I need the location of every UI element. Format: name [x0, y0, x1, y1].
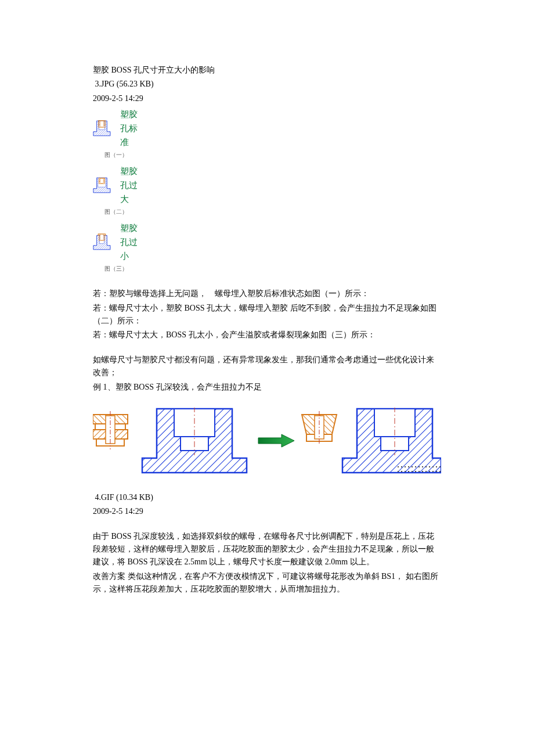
- figure-group-2: [93, 408, 441, 477]
- svg-marker-29: [258, 434, 294, 447]
- figure-1-label: 塑胶孔标准: [120, 107, 139, 149]
- paragraph-3: 若：螺母尺寸太大，BOSS 孔太小，会产生溢胶或者爆裂现象如图（三）所示：: [93, 329, 441, 341]
- file-info-1: 3.JPG (56.23 KB): [93, 78, 441, 91]
- figure-2-label: 塑胶孔过大: [120, 164, 139, 206]
- paragraph-7: 改善方案 类似这种情况，在客户不方便改模情况下，可建议将螺母花形改为单斜 BS1…: [93, 570, 441, 596]
- figure-3-caption: 图（三）: [93, 264, 139, 273]
- figure-2: 塑胶孔过大 图（二）: [93, 164, 139, 217]
- figure-3: 塑胶孔过小 图（三）: [93, 221, 139, 273]
- figure-3-label: 塑胶孔过小: [120, 221, 139, 263]
- paragraph-1: 若：塑胶与螺母选择上无问题， 螺母埋入塑胶后标准状态如图（一）所示：: [93, 287, 441, 300]
- document-page: 塑胶 BOSS 孔尺寸开立大小的影响 3.JPG (56.23 KB) 2009…: [0, 0, 534, 756]
- paragraph-5: 例 1、塑胶 BOSS 孔深较浅，会产生扭拉力不足: [93, 381, 441, 394]
- boss-standard-icon: [93, 110, 111, 147]
- figure-group-1: 塑胶孔标准 图（一） 塑胶孔过大 图（二）: [93, 107, 441, 273]
- paragraph-2: 若：螺母尺寸太小，塑胶 BOSS 孔太大，螺母埋入塑胶 后吃不到胶，会产生扭拉力…: [93, 302, 441, 328]
- svg-rect-13: [100, 179, 103, 183]
- file-info-2: 4.GIF (10.34 KB): [93, 491, 441, 504]
- svg-rect-16: [100, 235, 103, 240]
- boss-undersize-icon: [93, 224, 111, 261]
- figure-1-caption: 图（一）: [93, 150, 139, 160]
- paragraph-6: 由于 BOSS 孔深度较浅，如选择双斜纹的螺母，在螺母各尺寸比例调配下，特别是压…: [93, 530, 441, 569]
- timestamp-2: 2009-2-5 14:29: [93, 505, 441, 518]
- figure-2-caption: 图（二）: [93, 207, 139, 217]
- figure-1: 塑胶孔标准 图（一）: [93, 107, 139, 160]
- timestamp-1: 2009-2-5 14:29: [93, 92, 441, 105]
- title-line: 塑胶 BOSS 孔尺寸开立大小的影响: [93, 64, 441, 77]
- boss-oversize-icon: [93, 167, 111, 204]
- svg-rect-8: [100, 121, 103, 127]
- improvement-diagram-icon: [93, 408, 441, 477]
- paragraph-4: 如螺母尺寸与塑胶尺寸都没有问题，还有异常现象发生，那我们通常会考虑通过一些优化设…: [93, 354, 441, 380]
